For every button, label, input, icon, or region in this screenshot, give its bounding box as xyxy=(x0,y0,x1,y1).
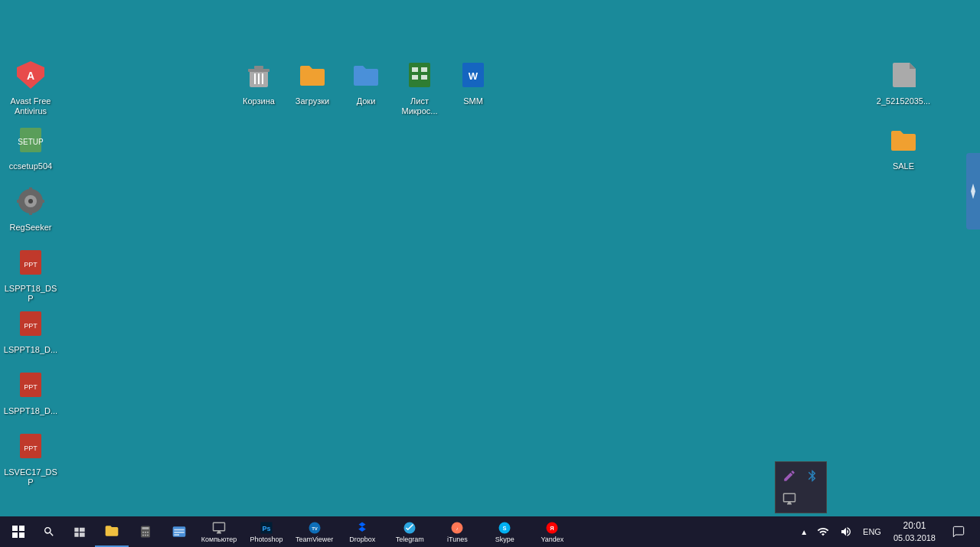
network-icon xyxy=(817,526,829,538)
shortcut-telegram[interactable]: Telegram xyxy=(387,516,433,547)
desktop-icon-avast-label: Avast Free Antivirus xyxy=(3,96,58,116)
desktop-icon-lsppt1[interactable]: PPT LSPPT18_DSP xyxy=(0,241,61,307)
notification-button[interactable] xyxy=(943,516,974,547)
calculator-icon xyxy=(139,525,152,539)
desktop-icon-avast[interactable]: A Avast Free Antivirus xyxy=(0,54,61,119)
desktop-icon-regseeker[interactable]: RegSeeker xyxy=(0,180,61,236)
file-explorer-icon xyxy=(104,523,119,539)
shortcut-dropbox[interactable]: Dropbox xyxy=(339,516,385,547)
svg-text:PPT: PPT xyxy=(24,383,38,391)
svg-text:S: S xyxy=(503,525,507,532)
desktop-icon-lsppt3-label: LSPPT18_D... xyxy=(4,406,57,416)
desktop-icon-lsvec[interactable]: PPT LSVEC17_DSP xyxy=(0,425,61,490)
svg-rect-33 xyxy=(142,527,149,529)
svg-text:PPT: PPT xyxy=(24,322,38,330)
shortcut-yandex-label: Yandex xyxy=(541,536,564,543)
tray-volume[interactable] xyxy=(835,516,857,547)
svg-text:PPT: PPT xyxy=(24,444,38,452)
notification-icon xyxy=(952,526,965,538)
shortcut-skype[interactable]: S Skype xyxy=(482,516,528,547)
shortcut-itunes[interactable]: ♪ iTunes xyxy=(434,516,480,547)
svg-rect-21 xyxy=(29,210,32,215)
cortana-edge-button[interactable] xyxy=(966,153,980,230)
shortcut-teamviewer-label: TeamViewer xyxy=(296,536,333,543)
desktop-icon-doki[interactable]: Доки xyxy=(335,54,397,109)
start-button[interactable] xyxy=(3,516,34,547)
tray-lang-label: ENG xyxy=(863,527,881,536)
shortcut-teamviewer[interactable]: TV TeamViewer xyxy=(291,516,338,547)
shortcut-computer[interactable]: Компьютер xyxy=(196,516,242,547)
desktop-icon-list-label: ЛистМикрос... xyxy=(401,96,437,116)
taskbar-app-calculator[interactable] xyxy=(129,516,162,547)
svg-point-36 xyxy=(147,532,149,533)
desktop-icon-lsppt2[interactable]: PPT LSPPT18_D... xyxy=(0,302,61,358)
svg-point-34 xyxy=(142,532,144,533)
svg-text:Ps: Ps xyxy=(262,525,270,532)
svg-rect-23 xyxy=(40,200,44,203)
desktop-icon-lsvec-label: LSVEC17_DSP xyxy=(3,467,58,487)
svg-rect-4 xyxy=(254,66,263,69)
desktop-icon-smm[interactable]: W SMM xyxy=(443,54,504,109)
svg-rect-42 xyxy=(174,532,184,533)
desktop-icon-lsppt1-label: LSPPT18_DSP xyxy=(3,284,58,304)
desktop-icon-regseeker-label: RegSeeker xyxy=(9,223,51,233)
svg-rect-41 xyxy=(174,529,184,531)
popup-bluetooth-icon[interactable] xyxy=(802,465,823,487)
shortcut-computer-label: Компьютер xyxy=(201,536,237,543)
tray-date: 05.03.2018 xyxy=(893,532,936,544)
taskbar-app-file-explorer[interactable] xyxy=(95,516,129,547)
taskbar-shortcuts: Компьютер Ps Photoshop TV TeamViewer xyxy=(196,516,797,547)
shortcut-itunes-label: iTunes xyxy=(447,536,468,543)
tray-clock[interactable]: 20:01 05.03.2018 xyxy=(887,516,942,547)
svg-text:TV: TV xyxy=(312,526,318,531)
shortcut-dropbox-label: Dropbox xyxy=(349,536,375,543)
desktop-icon-file1-label: 2_52152035... xyxy=(877,96,930,106)
svg-rect-11 xyxy=(412,75,418,80)
tray-show-hidden[interactable]: ▲ xyxy=(797,516,811,547)
svg-point-39 xyxy=(147,534,149,536)
system-tray: ▲ ENG 20:01 05.03.2018 xyxy=(797,516,977,547)
tray-popup xyxy=(775,461,827,513)
svg-point-37 xyxy=(142,534,144,536)
desktop-icon-zagruzki[interactable]: Загрузки xyxy=(282,54,343,109)
taskbar: Компьютер Ps Photoshop TV TeamViewer xyxy=(0,516,980,547)
edge-icon xyxy=(969,180,977,203)
desktop-icon-sale[interactable]: SALE xyxy=(873,119,934,174)
desktop-icon-lsppt2-label: LSPPT18_D... xyxy=(4,345,57,355)
svg-rect-22 xyxy=(17,200,21,203)
popup-stylus-icon[interactable] xyxy=(779,465,800,487)
search-icon xyxy=(43,526,55,538)
desktop-icon-ccsetup-label: ccsetup504 xyxy=(9,161,52,171)
desktop-icon-file1[interactable]: 2_52152035... xyxy=(873,54,934,109)
shortcut-telegram-label: Telegram xyxy=(396,536,424,543)
svg-point-38 xyxy=(145,534,146,536)
taskbar-app-explorer2[interactable] xyxy=(162,516,196,547)
svg-point-19 xyxy=(28,199,33,203)
desktop-icon-zagruzki-label: Загрузки xyxy=(296,96,329,106)
desktop-icon-lsppt3[interactable]: PPT LSPPT18_D... xyxy=(0,363,61,419)
desktop-icon-korzina[interactable]: Корзина xyxy=(228,54,289,109)
svg-text:PPT: PPT xyxy=(24,261,38,269)
popup-monitor-icon[interactable] xyxy=(779,488,800,510)
desktop-icon-list[interactable]: ЛистМикрос... xyxy=(389,54,450,119)
volume-icon xyxy=(840,526,852,538)
svg-rect-10 xyxy=(421,67,427,72)
svg-point-35 xyxy=(145,532,146,533)
svg-rect-20 xyxy=(29,187,32,192)
task-view-icon xyxy=(74,526,86,538)
tray-network[interactable] xyxy=(812,516,834,547)
svg-rect-43 xyxy=(174,534,179,536)
shortcut-yandex[interactable]: Я Yandex xyxy=(529,516,575,547)
desktop-icon-smm-label: SMM xyxy=(463,96,483,106)
desktop-icon-ccsetup[interactable]: SETUP ccsetup504 xyxy=(0,119,61,174)
svg-text:SETUP: SETUP xyxy=(18,138,44,146)
task-view-button[interactable] xyxy=(64,516,95,547)
svg-text:A: A xyxy=(27,70,34,82)
tray-language[interactable]: ENG xyxy=(858,516,886,547)
svg-rect-9 xyxy=(412,67,418,72)
svg-text:♪: ♪ xyxy=(456,526,459,531)
shortcut-photoshop[interactable]: Ps Photoshop xyxy=(243,516,289,547)
search-button[interactable] xyxy=(34,516,64,547)
desktop: A Avast Free Antivirus Корзина Загрузки xyxy=(0,0,980,516)
desktop-icon-doki-label: Доки xyxy=(357,96,376,106)
